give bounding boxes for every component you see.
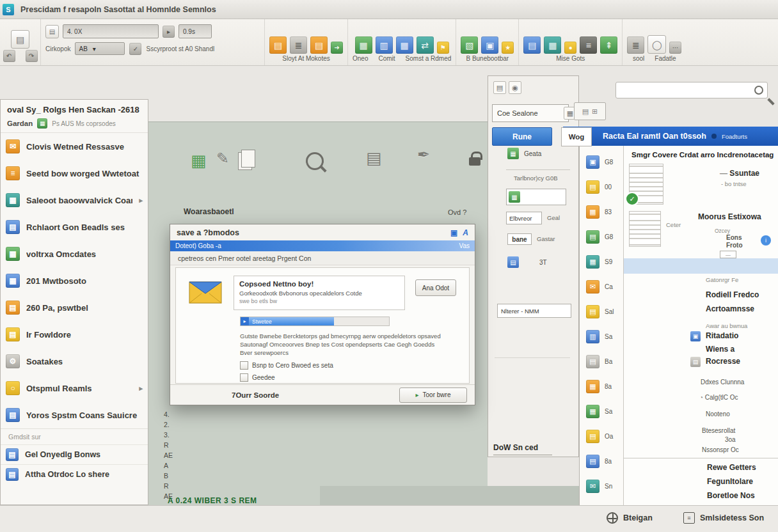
sidebar-item[interactable]: ▤ Yoros Spstm Coans Sauicre xyxy=(1,402,148,428)
strip-item[interactable]: ▦8a xyxy=(586,374,623,399)
checkbox-row[interactable]: Geedee xyxy=(240,373,275,382)
grid-view-icon[interactable]: ▤ xyxy=(493,81,506,94)
canvas-scroll-strip[interactable] xyxy=(320,486,579,505)
redo-icon[interactable]: ↷ xyxy=(26,50,38,62)
document-icon[interactable]: ▤ xyxy=(523,36,541,54)
commit-icon[interactable]: ▥ xyxy=(376,36,393,54)
detail-item[interactable]: Acrtoamnsse xyxy=(706,304,754,313)
sidebar-item[interactable]: ▤ Attha Otrdoc Lo shere xyxy=(1,464,148,484)
detail-item[interactable]: Rewe Getters xyxy=(707,463,756,472)
more-icon[interactable]: ⋯ xyxy=(669,42,681,54)
sidebar-item[interactable]: ○ Otspmul Reamls ▸ xyxy=(1,375,148,402)
sidebar-item[interactable]: ▤ Gel Onyedlg Bonws xyxy=(1,444,148,464)
run-button[interactable]: Rune xyxy=(492,127,552,146)
flag-icon[interactable]: ⚑ xyxy=(437,42,449,54)
detail-item[interactable]: Rocresse xyxy=(706,357,740,366)
mini-toggle[interactable]: — xyxy=(720,251,736,258)
sidebar-item[interactable]: ▦ Saleoot baoowvalvick Coamness ▸ xyxy=(1,187,148,214)
strip-item[interactable]: ▣G8 xyxy=(586,150,623,175)
checkbox-row[interactable]: Bsnp to Cero Bwoed es seta xyxy=(240,361,333,370)
sidebar-item[interactable]: ▤ 260 Pa, pswtbel xyxy=(1,294,148,321)
tab-wog[interactable]: Wog xyxy=(561,127,592,146)
field-elbvreor[interactable]: Elbvreor xyxy=(506,212,542,224)
detail-item[interactable]: Wiens a xyxy=(706,345,734,354)
side-button[interactable]: Ana Odot xyxy=(415,279,456,296)
strip-item[interactable]: ▤Ba xyxy=(586,349,623,374)
font-icon[interactable]: A xyxy=(463,228,468,237)
plant-icon[interactable]: ⇞ xyxy=(600,36,617,54)
check-icon[interactable]: ✓ xyxy=(129,43,141,55)
detail-item[interactable]: Ritadatio xyxy=(706,331,738,340)
circle-outline-icon[interactable]: ◯ xyxy=(647,35,666,54)
detail-item[interactable]: Boretloe Nos xyxy=(707,491,755,500)
merge-icon[interactable]: ⇄ xyxy=(417,36,434,54)
checkbox[interactable] xyxy=(240,361,248,370)
selected-row-highlight[interactable] xyxy=(624,258,778,274)
tab-session[interactable]: Coe Sealone xyxy=(492,104,569,122)
sidebar-item[interactable]: ≡ Seetd bow worged Wwtetoat xyxy=(1,160,148,187)
info-circle-icon[interactable]: i xyxy=(761,235,771,246)
open-icon[interactable]: ▦ xyxy=(355,36,372,54)
detail-item[interactable]: Nooteno xyxy=(706,411,730,418)
folder-icon[interactable]: ▤ xyxy=(269,36,287,54)
strip-item[interactable]: ✉Sn xyxy=(586,474,623,499)
go-icon[interactable]: ▸ xyxy=(163,26,175,38)
detail-item[interactable]: Froto xyxy=(726,242,743,249)
sidebar-item[interactable]: ▦ voltrxa Omcdates xyxy=(1,240,148,267)
address-input[interactable]: 4. 0X xyxy=(63,24,159,38)
mail-shortcut[interactable]: ▤ ⊞ xyxy=(574,102,606,120)
circle-icon[interactable]: ● xyxy=(564,42,576,54)
create-icon[interactable]: ▦ xyxy=(507,148,519,159)
arrow-icon[interactable]: ➜ xyxy=(331,42,343,54)
copy-icon[interactable]: ≣ xyxy=(290,36,307,54)
new-document-icon[interactable]: ▤ xyxy=(11,30,29,49)
sidebar-item[interactable]: ✉ Clovis Wetned Ressasve xyxy=(1,133,148,160)
detail-item[interactable]: Nssonspr Oc xyxy=(702,446,739,453)
doc-icon[interactable]: ▤ xyxy=(507,256,519,268)
stack-icon[interactable]: ≣ xyxy=(627,36,644,54)
statusbar-item[interactable]: Bteigan xyxy=(607,512,653,524)
strip-item[interactable]: ▤8a xyxy=(586,449,623,474)
table-icon[interactable]: ▦ xyxy=(544,36,561,54)
folder-icon[interactable]: ▤ xyxy=(310,36,328,54)
dialog-titlebar[interactable]: save a ?bmodos ▣ A xyxy=(170,224,475,240)
bars-icon[interactable]: ≡ xyxy=(580,36,597,54)
sidebar-item[interactable]: ▤ Rchlaort Gon Beadls ses xyxy=(1,214,148,240)
sidebar-item[interactable]: ▦ 201 Mwtbosoto xyxy=(1,267,148,294)
detail-item[interactable]: Btesesrollat xyxy=(702,427,735,434)
search-input[interactable] xyxy=(620,86,750,95)
sidebar-item[interactable]: ▤ Ir Fowldore xyxy=(1,321,148,348)
detail-item[interactable]: Eons xyxy=(726,234,742,241)
strip-item[interactable]: ▦S9 xyxy=(586,249,623,274)
detail-item[interactable]: ◔ Calg(tlC Oc xyxy=(699,394,738,401)
grid-icon[interactable]: ▦ xyxy=(396,36,413,54)
undo-icon[interactable]: ↶ xyxy=(3,50,15,62)
detail-item[interactable]: Moorus Estixowa xyxy=(698,212,761,221)
window-icon[interactable]: ▣ xyxy=(481,36,498,54)
star-icon[interactable]: ★ xyxy=(502,42,514,54)
strip-item[interactable]: ▤Oa xyxy=(586,424,623,449)
zoom-value-box[interactable]: 0.9s xyxy=(179,24,212,38)
document-preview-icon[interactable] xyxy=(629,211,661,247)
strip-item[interactable]: ▥Sa xyxy=(586,324,623,349)
sidebar-item[interactable]: ⚙ Soatakes xyxy=(1,348,148,375)
strip-item[interactable]: ▦83 xyxy=(586,199,623,224)
filter-field[interactable]: Nlterer - NMM xyxy=(497,304,571,318)
detail-item[interactable]: Ddxes Clunnna xyxy=(701,379,744,386)
book-icon[interactable]: ▧ xyxy=(461,36,478,54)
detail-item[interactable]: — Ssuntae xyxy=(720,169,759,178)
search-box[interactable] xyxy=(615,82,768,98)
strip-item[interactable]: ▤G8 xyxy=(586,224,623,249)
confirm-button[interactable]: ▸ Toor bwre xyxy=(399,387,467,403)
statusbar-item[interactable]: ≡ Smlsidetess Son xyxy=(683,512,764,524)
strip-item[interactable]: ▤00 xyxy=(586,175,623,199)
detail-item[interactable]: Fegunltolare xyxy=(707,477,753,486)
pin-icon[interactable]: ◉ xyxy=(509,81,521,94)
field-bane[interactable]: bane xyxy=(507,233,532,245)
panel-bottom-label[interactable]: DoW Sn ced xyxy=(493,443,538,452)
checkbox[interactable] xyxy=(240,373,248,382)
strip-item[interactable]: ▦Sa xyxy=(586,399,623,424)
window-icon[interactable]: ▣ xyxy=(450,228,457,237)
strip-item[interactable]: ✉Ca xyxy=(586,274,623,299)
format-select[interactable]: AB▾ xyxy=(75,42,125,55)
